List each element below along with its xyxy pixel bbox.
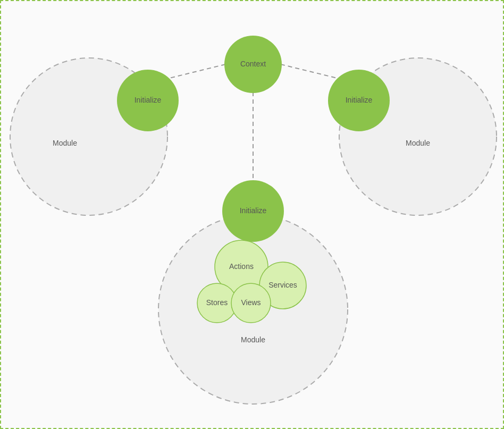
module-bottom-label: Module — [241, 335, 265, 344]
diagram-container: Module Initialize Module Initialize Cont… — [0, 0, 504, 429]
views-label: Views — [241, 298, 261, 307]
module-left-label: Module — [53, 139, 77, 147]
services-label: Services — [268, 281, 297, 289]
init-right-label: Initialize — [346, 96, 373, 104]
diagram-svg: Module Initialize Module Initialize Cont… — [1, 1, 503, 428]
module-right-label: Module — [406, 139, 430, 147]
context-label: Context — [240, 60, 266, 68]
actions-label: Actions — [229, 262, 254, 271]
stores-label: Stores — [206, 298, 228, 307]
init-bottom-label: Initialize — [240, 206, 267, 215]
init-left-label: Initialize — [135, 96, 162, 104]
